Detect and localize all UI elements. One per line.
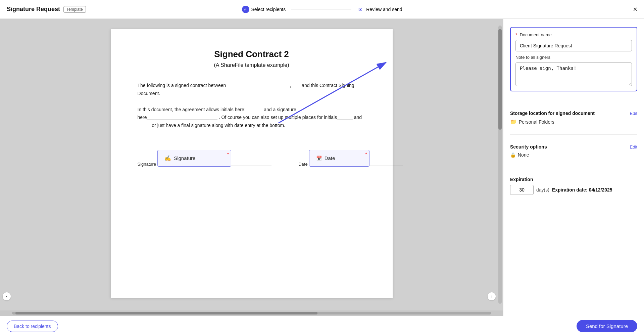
security-title: Security options — [510, 144, 547, 150]
wizard-steps: ✓ Select recipients ✉ Review and send — [242, 6, 402, 13]
vertical-scrollbar-thumb[interactable] — [498, 29, 502, 130]
doc-para1: The following is a signed contract betwe… — [138, 82, 366, 98]
step1-label: Select recipients — [251, 7, 286, 12]
doc-body: The following is a signed contract betwe… — [138, 82, 366, 130]
step-divider — [291, 9, 351, 9]
header: Signature Request Template ✓ Select reci… — [0, 0, 644, 19]
document-page: Signed Contract 2 (A ShareFile template … — [111, 29, 393, 298]
sig-field-label: Signature — [174, 155, 195, 161]
date-field-box[interactable]: 📅 Date * — [309, 150, 369, 167]
vertical-scrollbar[interactable] — [498, 26, 502, 304]
date-row: Date 📅 Date * — [298, 150, 403, 167]
divider-1 — [510, 101, 637, 101]
calendar-icon: 📅 — [316, 156, 322, 161]
right-panel: * Document name Note to all signers Plea… — [503, 19, 644, 316]
security-section: Security options Edit 🔒 None — [510, 144, 637, 158]
divider-3 — [510, 167, 637, 167]
footer: Back to recipients Send for Signature — [0, 316, 644, 336]
horizontal-scrollbar-track — [0, 310, 503, 316]
storage-folder-row: 📁 Personal Folders — [510, 119, 637, 125]
doc-name-input[interactable] — [515, 40, 632, 51]
doc-fields: Signature ✍ Signature * Date — [138, 150, 366, 167]
sig-underline — [231, 166, 271, 166]
doc-nav-left-button[interactable]: ‹ — [3, 292, 11, 300]
doc-nav-right-button[interactable]: › — [488, 292, 496, 300]
step-2: ✉ Review and send — [357, 6, 402, 13]
storage-header-row: Storage location for signed document Edi… — [510, 111, 637, 116]
date-label-text: Date — [298, 162, 307, 167]
app-title: Signature Request — [7, 6, 60, 13]
step2-label: Review and send — [366, 7, 402, 12]
signature-field-box[interactable]: ✍ Signature * — [157, 150, 231, 167]
divider-2 — [510, 134, 637, 135]
doc-name-note-section: * Document name Note to all signers Plea… — [510, 27, 637, 91]
note-textarea[interactable]: Please sign, Thanks! — [515, 62, 632, 86]
expiration-date-label: Expiration date: 04/12/2025 — [552, 187, 612, 193]
close-button[interactable]: × — [633, 5, 637, 14]
storage-title: Storage location for signed document — [510, 111, 595, 116]
security-edit-link[interactable]: Edit — [630, 144, 637, 150]
sig-row: Signature ✍ Signature * — [138, 150, 272, 167]
document-scroll-area: Signed Contract 2 (A ShareFile template … — [0, 19, 503, 310]
doc-name-required-star: * — [515, 32, 517, 37]
sig-required-star: * — [227, 152, 229, 157]
expiration-section: Expiration day(s) Expiration date: 04/12… — [510, 177, 637, 195]
horizontal-scrollbar-thumb[interactable] — [15, 312, 317, 314]
date-underline — [369, 166, 403, 166]
step2-envelope-icon: ✉ — [357, 6, 364, 13]
security-header-row: Security options Edit — [510, 144, 637, 150]
date-field-group: Date 📅 Date * — [298, 150, 403, 167]
date-required-star: * — [365, 152, 367, 157]
signature-field-group: Signature ✍ Signature * — [138, 150, 272, 167]
doc-para2: In this document, the agreement allows i… — [138, 106, 366, 130]
storage-edit-link[interactable]: Edit — [630, 111, 637, 116]
folder-icon: 📁 — [510, 119, 517, 125]
lock-icon: 🔒 — [510, 152, 516, 158]
step1-check-icon: ✓ — [242, 6, 249, 13]
template-badge: Template — [63, 6, 86, 13]
expiration-days-input[interactable] — [510, 185, 534, 195]
expiration-unit-label: day(s) — [536, 187, 549, 193]
note-section: Note to all signers Please sign, Thanks! — [515, 55, 632, 86]
sig-label-text: Signature — [138, 162, 156, 167]
expiration-title: Expiration — [510, 177, 637, 182]
document-area: Signed Contract 2 (A ShareFile template … — [0, 19, 503, 316]
back-to-recipients-button[interactable]: Back to recipients — [7, 321, 58, 332]
expiration-row: day(s) Expiration date: 04/12/2025 — [510, 185, 637, 195]
storage-folder-name: Personal Folders — [519, 119, 554, 125]
send-for-signature-button[interactable]: Send for Signature — [577, 320, 637, 332]
doc-name-section: * Document name — [515, 32, 632, 51]
doc-name-label: * Document name — [515, 32, 632, 37]
horizontal-scrollbar-inner[interactable] — [12, 312, 491, 314]
date-field-label: Date — [325, 155, 335, 161]
security-value-row: 🔒 None — [510, 152, 637, 158]
doc-title: Signed Contract 2 — [138, 49, 366, 59]
main-content: Signed Contract 2 (A ShareFile template … — [0, 19, 644, 316]
step-1: ✓ Select recipients — [242, 6, 286, 13]
sig-icon: ✍ — [164, 155, 171, 161]
storage-section: Storage location for signed document Edi… — [510, 111, 637, 125]
doc-subtitle: (A ShareFile template example) — [138, 62, 366, 68]
security-value: None — [518, 152, 529, 158]
note-label: Note to all signers — [515, 55, 632, 60]
